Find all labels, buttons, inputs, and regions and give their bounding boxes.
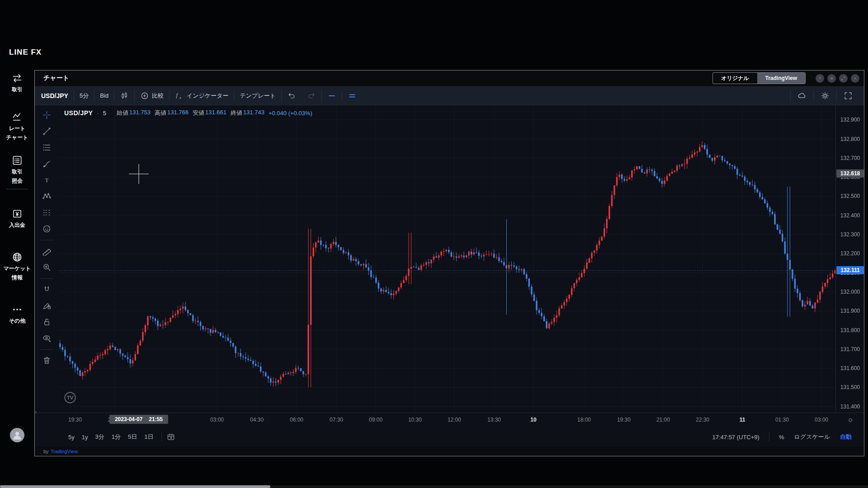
- price-tick: 132.500: [836, 193, 864, 199]
- xabcd-pattern-icon[interactable]: [39, 188, 54, 204]
- user-avatar[interactable]: [10, 428, 24, 442]
- symbol-button[interactable]: USD/JPY: [40, 89, 74, 102]
- time-tick: 22:30: [696, 417, 709, 423]
- sidebar-item-deposit[interactable]: 入出金: [0, 208, 34, 229]
- percent-scale-button[interactable]: %: [774, 434, 789, 441]
- app-sidebar: 取引レートチャート取引照会入出金マーケット情報その他: [0, 0, 34, 488]
- stay-in-drawing-mode-icon[interactable]: [39, 298, 54, 313]
- go-to-date-icon[interactable]: [166, 432, 175, 441]
- range-button-5日[interactable]: 5日: [124, 433, 141, 441]
- price-tick: 131.700: [836, 346, 864, 352]
- single-line-icon: [327, 91, 336, 100]
- tradingview-link[interactable]: TradingView: [51, 449, 78, 454]
- view-toggle: オリジナル TradingView: [712, 72, 806, 84]
- close-icon[interactable]: [851, 74, 859, 83]
- chart-body: ‹ T USD/JPY · 5 始値131.753 高値131.766 安値13…: [35, 105, 864, 413]
- trendline-tool-icon[interactable]: [39, 123, 54, 139]
- time-tick: 19:30: [617, 417, 631, 423]
- fx-icon: fx: [175, 91, 184, 100]
- clock[interactable]: 17:47:57 (UTC+9): [707, 434, 764, 441]
- range-button-3分[interactable]: 3分: [91, 433, 108, 441]
- tradingview-watermark: TV: [63, 391, 77, 404]
- templates-button[interactable]: テンプレート: [234, 89, 281, 102]
- remove-drawings-icon[interactable]: [39, 352, 54, 368]
- price-tick: 131.600: [836, 365, 864, 371]
- high-value: 131.766: [167, 109, 189, 117]
- open-value: 131.753: [129, 109, 151, 117]
- range-button-1日[interactable]: 1日: [141, 433, 157, 441]
- svg-text:TV: TV: [67, 395, 74, 400]
- cloud-save-button[interactable]: [791, 89, 813, 102]
- chart-plot-area[interactable]: USD/JPY · 5 始値131.753 高値131.766 安値131.66…: [59, 105, 835, 413]
- parallel-lines-shortcut[interactable]: [342, 89, 362, 102]
- sidebar-item-trade[interactable]: 取引: [0, 72, 34, 93]
- price-tick: 132.800: [836, 136, 864, 142]
- collapse-toolbar-icon[interactable]: ‹: [35, 408, 37, 415]
- log-scale-button[interactable]: ログスケール: [789, 433, 835, 441]
- fullscreen-button[interactable]: [837, 89, 859, 102]
- price-tick: 131.900: [836, 308, 864, 314]
- brush-tool-icon[interactable]: [39, 156, 54, 171]
- fib-retracement-icon[interactable]: [39, 140, 54, 155]
- gear-icon: [820, 91, 830, 101]
- sidebar-item-rate[interactable]: レートチャート: [0, 111, 34, 141]
- magnet-icon[interactable]: [39, 282, 54, 297]
- horizontal-line-shortcut[interactable]: [322, 89, 342, 102]
- popout-icon[interactable]: [839, 74, 848, 83]
- chart-toolbar: USD/JPY 5分 Bid 比較 fxインジケーター テンプレート: [35, 87, 864, 106]
- auto-scale-button[interactable]: 自動: [835, 433, 857, 441]
- range-button-1y[interactable]: 1y: [78, 434, 92, 441]
- price-type-button[interactable]: Bid: [94, 89, 114, 102]
- settings-icon[interactable]: [827, 74, 836, 83]
- scrollbar-thumb[interactable]: [0, 485, 270, 488]
- candlestick-style-icon: [120, 91, 129, 100]
- sidebar-item-others[interactable]: その他: [0, 304, 34, 324]
- sidebar-item-inquiry[interactable]: 取引照会: [0, 155, 34, 184]
- emoji-tool-icon[interactable]: [39, 221, 54, 236]
- rate-chart-icon: [11, 111, 23, 123]
- sidebar-item-market[interactable]: マーケット情報: [0, 251, 34, 281]
- zoom-in-icon[interactable]: [39, 259, 54, 275]
- panel-footer: by TradingView: [35, 447, 864, 456]
- price-tick: 132.700: [836, 155, 864, 161]
- compare-button[interactable]: 比較: [135, 89, 169, 102]
- close-value: 131.743: [243, 109, 264, 117]
- measure-icon[interactable]: [39, 243, 54, 258]
- range-button-5y[interactable]: 5y: [65, 434, 78, 441]
- redo-icon: [307, 91, 316, 100]
- interval-button[interactable]: 5分: [74, 89, 94, 102]
- time-axis[interactable]: 03:0001:301122:3021:0019:3018:001013:301…: [35, 413, 864, 427]
- redo-button[interactable]: [302, 89, 321, 102]
- price-tick: 131.500: [836, 384, 864, 390]
- time-tick: 13:30: [487, 417, 501, 423]
- crosshair-tool-icon[interactable]: [39, 107, 54, 122]
- crosshair-date-label: 2023-04-0721:55: [109, 415, 168, 424]
- text-tool-icon[interactable]: T: [39, 172, 54, 188]
- time-tick: 21:00: [656, 417, 670, 423]
- time-tick: 03:00: [815, 417, 828, 423]
- time-axis-settings-icon[interactable]: [847, 417, 854, 424]
- last-price-label: 132.111: [836, 266, 864, 274]
- original-view-button[interactable]: オリジナル: [713, 73, 757, 84]
- time-tick: 01:30: [775, 417, 789, 423]
- chart-settings-button[interactable]: [814, 89, 836, 102]
- price-tick: 131.400: [836, 404, 864, 410]
- time-tick: 09:00: [369, 417, 382, 423]
- forecast-tool-icon[interactable]: [39, 205, 54, 220]
- lock-drawings-icon[interactable]: [39, 314, 54, 329]
- help-icon[interactable]: ?: [816, 74, 824, 83]
- undo-button[interactable]: [282, 89, 302, 102]
- tradingview-view-button[interactable]: TradingView: [757, 73, 805, 84]
- sidebar-item-label: 取引: [12, 86, 23, 93]
- legend-symbol[interactable]: USD/JPY: [64, 109, 93, 117]
- sidebar-item-label: チャート: [6, 134, 28, 141]
- plus-circle-icon: [140, 91, 149, 100]
- price-axis[interactable]: 132.900132.800132.700132.600132.500132.4…: [835, 105, 864, 413]
- chart-style-button[interactable]: [114, 89, 134, 102]
- time-tick: 04:30: [250, 417, 264, 423]
- sidebar-item-label: 取引: [12, 168, 23, 175]
- indicators-button[interactable]: fxインジケーター: [170, 89, 234, 102]
- range-button-1分[interactable]: 1分: [108, 433, 124, 441]
- svg-text:x: x: [179, 96, 181, 100]
- hide-drawings-icon[interactable]: [39, 330, 54, 346]
